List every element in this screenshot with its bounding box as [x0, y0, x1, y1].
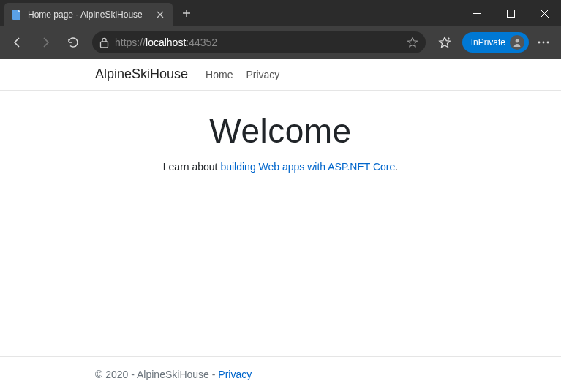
inprivate-label: InPrivate	[471, 37, 505, 48]
address-bar[interactable]: https://localhost:44352	[92, 31, 426, 53]
menu-button[interactable]	[530, 29, 557, 56]
titlebar: Home page - AlpineSkiHouse	[0, 0, 561, 26]
page-icon	[12, 10, 22, 20]
back-button[interactable]	[4, 29, 31, 56]
new-tab-button[interactable]	[176, 2, 197, 24]
forward-button[interactable]	[32, 29, 59, 56]
browser-chrome: Home page - AlpineSkiHouse	[0, 0, 561, 59]
spacer	[0, 180, 561, 356]
inprivate-badge[interactable]: InPrivate	[462, 32, 529, 53]
svg-rect-0	[507, 10, 514, 17]
browser-tab[interactable]: Home page - AlpineSkiHouse	[4, 3, 173, 26]
window-controls	[460, 0, 561, 26]
browser-toolbar: https://localhost:44352 InPrivate	[0, 26, 561, 59]
nav-link-home[interactable]: Home	[206, 69, 233, 80]
site-navbar: AlpineSkiHouse Home Privacy	[0, 59, 561, 91]
svg-point-5	[547, 42, 549, 44]
minimize-button[interactable]	[460, 0, 494, 26]
favorites-button[interactable]	[432, 29, 458, 56]
footer-text: © 2020 - AlpineSkiHouse -	[95, 369, 218, 380]
refresh-button[interactable]	[60, 29, 86, 56]
site-footer: © 2020 - AlpineSkiHouse - Privacy	[0, 356, 561, 392]
page-content: AlpineSkiHouse Home Privacy Welcome Lear…	[0, 59, 561, 392]
url-text: https://localhost:44352	[115, 37, 401, 48]
lock-icon	[99, 37, 109, 48]
brand-link[interactable]: AlpineSkiHouse	[95, 67, 188, 82]
page-heading: Welcome	[15, 111, 546, 151]
svg-point-2	[516, 39, 519, 43]
footer-privacy-link[interactable]: Privacy	[218, 369, 252, 380]
profile-avatar-icon	[510, 35, 524, 50]
nav-link-privacy[interactable]: Privacy	[246, 69, 279, 80]
aspnet-docs-link[interactable]: building Web apps with ASP.NET Core	[220, 161, 395, 173]
favorite-icon[interactable]	[407, 37, 418, 48]
svg-point-3	[538, 42, 541, 44]
lead-text: Learn about building Web apps with ASP.N…	[15, 161, 546, 173]
tab-title: Home page - AlpineSkiHouse	[28, 10, 149, 20]
svg-rect-1	[101, 42, 108, 48]
tab-close-button[interactable]	[155, 10, 165, 20]
svg-point-4	[543, 42, 545, 44]
hero: Welcome Learn about building Web apps wi…	[0, 91, 561, 180]
maximize-button[interactable]	[494, 0, 527, 26]
close-window-button[interactable]	[527, 0, 561, 26]
